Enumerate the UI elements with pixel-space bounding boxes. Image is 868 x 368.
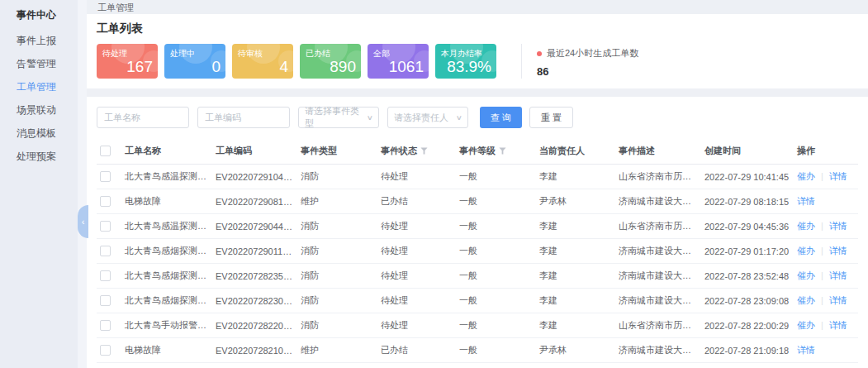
cell-event-level: 一般 <box>456 264 536 289</box>
cell-event-level: 一般 <box>456 313 536 338</box>
cell-description: 济南城市建设大厦B3车... <box>615 289 701 313</box>
stat-card-value: 890 <box>330 58 356 76</box>
cell-owner: 李建 <box>536 165 615 189</box>
detail-link[interactable]: 详情 <box>829 171 847 181</box>
cell-created-time: 2022-07-28 23:09:08 <box>701 289 794 313</box>
chevron-down-icon: ∨ <box>456 114 462 122</box>
cell-event-type: 消防 <box>297 313 377 338</box>
cell-order-code: EV20220728210138787 <box>212 363 297 368</box>
cell-created-time: 2022-07-29 01:17:20 <box>701 239 794 264</box>
work-order-summary-panel: 工单列表 待处理 167 处理中 0 待审核 4 已办结 890 <box>87 14 868 88</box>
cell-event-level: 一般 <box>456 239 536 264</box>
cell-order-code: EV20220728235233362 <box>212 264 297 289</box>
sidebar-item[interactable]: 告警管理 <box>0 52 87 75</box>
cell-event-type: 维护 <box>297 363 377 368</box>
cell-actions: 催办|详情 <box>794 214 858 239</box>
filter-icon[interactable] <box>499 146 506 156</box>
urge-link[interactable]: 催办 <box>797 171 815 181</box>
cell-order-name: 电梯故障 <box>121 363 212 368</box>
cell-order-name: 北大青鸟感温探测器故障 <box>121 214 212 239</box>
reset-button[interactable]: 重 置 <box>529 107 573 128</box>
table-row: 北大青鸟感烟探测器故障 EV20220728230853750 消防 待处理 一… <box>97 289 858 313</box>
detail-link[interactable]: 详情 <box>829 246 847 256</box>
action-divider: | <box>821 295 823 305</box>
row-checkbox[interactable] <box>100 295 111 306</box>
table-row: 电梯故障 EV20220728210138787 维护 已办结 一般 尹承林 济… <box>97 363 858 368</box>
detail-link[interactable]: 详情 <box>797 345 815 355</box>
cell-owner: 李建 <box>536 289 615 313</box>
sidebar-item[interactable]: 工单管理 <box>0 75 87 98</box>
stat-card[interactable]: 本月办结率 83.9% <box>435 44 496 79</box>
sidebar-item[interactable]: 场景联动 <box>0 98 87 122</box>
row-checkbox[interactable] <box>100 345 111 356</box>
sidebar-collapse-handle[interactable]: ‹ <box>78 205 88 238</box>
urge-link[interactable]: 催办 <box>797 270 815 280</box>
chevron-left-icon: ‹ <box>82 217 85 227</box>
action-divider: | <box>821 320 823 330</box>
sidebar-item-label: 处理预案 <box>17 151 56 162</box>
stat-card[interactable]: 待处理 167 <box>97 44 158 79</box>
detail-link[interactable]: 详情 <box>829 221 847 231</box>
page-title: 工单列表 <box>97 22 858 36</box>
urge-link[interactable]: 催办 <box>797 295 815 305</box>
sidebar-item[interactable]: 消息模板 <box>0 122 87 145</box>
search-button[interactable]: 查 询 <box>480 107 522 128</box>
col-header-created: 创建时间 <box>701 138 794 165</box>
stat-card-value: 83.9% <box>447 58 491 76</box>
cell-event-status: 待处理 <box>377 264 456 289</box>
urge-link[interactable]: 催办 <box>797 320 815 330</box>
cell-owner: 尹承林 <box>536 338 615 363</box>
cell-description: 济南城市建设大厦B3车... <box>615 264 701 289</box>
cell-event-status: 已办结 <box>377 363 456 368</box>
detail-link[interactable]: 详情 <box>797 196 815 206</box>
owner-select-placeholder: 请选择责任人 <box>394 112 448 124</box>
cell-event-type: 维护 <box>297 338 377 363</box>
stat-card[interactable]: 处理中 0 <box>164 44 225 79</box>
cell-description: 济南城市建设大厦消防梯... <box>615 363 701 368</box>
cell-created-time: 2022-07-29 08:18:15 <box>701 189 794 214</box>
work-order-table: 工单名称 工单编码 事件类型 事件状态 事件等级 当前责任人 事件描述 创建时间… <box>97 138 858 368</box>
cell-event-status: 待处理 <box>377 165 456 189</box>
row-checkbox[interactable] <box>100 320 111 331</box>
sidebar-item-label: 告警管理 <box>17 58 56 69</box>
cell-actions: 催办|详情 <box>794 165 858 189</box>
event-type-select[interactable]: 请选择事件类型 ∨ <box>298 107 379 128</box>
cell-order-name: 电梯故障 <box>121 189 212 214</box>
row-checkbox[interactable] <box>100 221 111 232</box>
action-divider: | <box>821 171 823 181</box>
cell-actions: 详情 <box>794 338 858 363</box>
sidebar-item-label: 事件上报 <box>17 35 56 46</box>
cell-owner: 李建 <box>536 214 615 239</box>
cell-description: 济南城市建设大厦济南城... <box>615 189 701 214</box>
urge-link[interactable]: 催办 <box>797 246 815 256</box>
cell-order-code: EV20220728210903424 <box>212 338 297 363</box>
main-content: 工单管理 工单列表 待处理 167 处理中 0 待审核 4 已办结 <box>87 0 868 368</box>
order-code-input[interactable] <box>197 107 290 128</box>
cell-event-type: 维护 <box>297 189 377 214</box>
row-checkbox[interactable] <box>100 270 111 281</box>
col-header-actions: 操作 <box>794 138 858 165</box>
cell-event-status: 待处理 <box>377 289 456 313</box>
row-checkbox[interactable] <box>100 196 111 207</box>
stat-card[interactable]: 全部 1061 <box>368 44 429 79</box>
owner-select[interactable]: 请选择责任人 ∨ <box>387 107 468 128</box>
breadcrumb-item: 工单管理 <box>97 2 134 12</box>
stat-card[interactable]: 待审核 4 <box>232 44 293 79</box>
cell-order-code: EV20220729011706036 <box>212 239 297 264</box>
col-header-name: 工单名称 <box>121 138 212 165</box>
cell-order-name: 北大青鸟感温探测器故障 <box>121 165 212 189</box>
row-checkbox[interactable] <box>100 171 111 182</box>
stat-card-value: 167 <box>126 58 153 76</box>
sidebar-item[interactable]: 处理预案 <box>0 145 87 168</box>
stat-card[interactable]: 已办结 890 <box>300 44 361 79</box>
detail-link[interactable]: 详情 <box>829 270 847 280</box>
table-row: 北大青鸟感温探测器故障 EV20220729044522068 消防 待处理 一… <box>97 214 858 239</box>
order-name-input[interactable] <box>97 107 189 128</box>
detail-link[interactable]: 详情 <box>829 320 847 330</box>
detail-link[interactable]: 详情 <box>829 295 847 305</box>
row-checkbox[interactable] <box>100 246 111 256</box>
filter-icon[interactable] <box>420 146 428 156</box>
sidebar-item[interactable]: 事件上报 <box>0 29 87 52</box>
select-all-checkbox[interactable] <box>100 146 111 156</box>
urge-link[interactable]: 催办 <box>797 221 815 231</box>
